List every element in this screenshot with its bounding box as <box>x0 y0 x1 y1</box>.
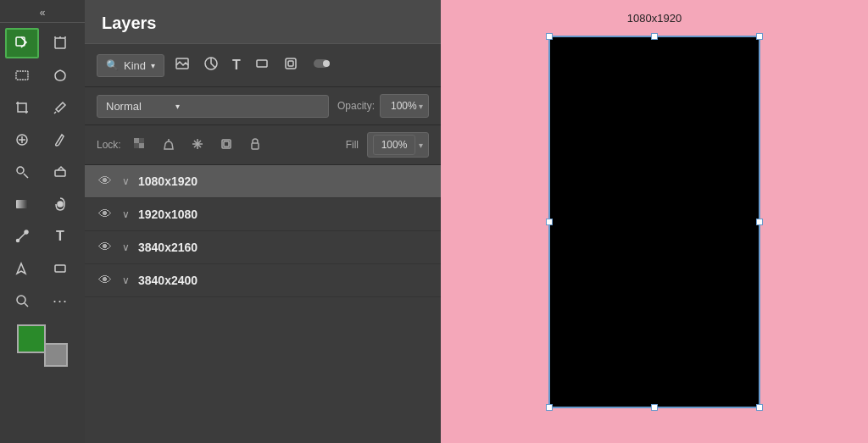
layer-expand-icon[interactable]: ∨ <box>122 208 130 220</box>
resize-handle-bl[interactable] <box>546 404 553 411</box>
svg-rect-12 <box>16 200 28 208</box>
resize-handle-tl[interactable] <box>546 33 553 40</box>
resize-handle-br[interactable] <box>756 404 763 411</box>
chevron-down-icon: ▾ <box>151 61 155 70</box>
hand-tool[interactable] <box>5 285 39 316</box>
filter-kind-dropdown[interactable]: 🔍 Kind ▾ <box>97 54 164 77</box>
opacity-value[interactable]: 100% <box>386 97 415 115</box>
layers-header: Layers <box>85 0 441 44</box>
lasso-tool[interactable] <box>43 60 77 91</box>
lock-all-btn[interactable] <box>245 136 265 155</box>
layer-name: 1080x1920 <box>138 174 198 188</box>
blend-chevron-icon: ▾ <box>175 102 180 111</box>
blend-mode-dropdown[interactable]: Normal ▾ <box>97 95 329 118</box>
lock-transparency-btn[interactable] <box>130 136 150 155</box>
svg-rect-36 <box>224 141 229 147</box>
svg-line-6 <box>54 112 56 114</box>
layer-name: 3840x2160 <box>138 241 198 254</box>
search-icon: 🔍 <box>106 59 119 71</box>
layer-expand-icon[interactable]: ∨ <box>122 274 130 286</box>
select-rect-tool[interactable] <box>5 60 39 91</box>
resize-handle-tr[interactable] <box>756 33 763 40</box>
fill-chevron-icon[interactable]: ▾ <box>419 141 423 150</box>
svg-rect-29 <box>139 143 144 148</box>
filter-smart-icon[interactable] <box>280 53 302 78</box>
svg-rect-16 <box>55 265 65 272</box>
path-select-tool[interactable] <box>5 253 39 284</box>
svg-point-25 <box>323 60 330 67</box>
svg-rect-27 <box>139 138 144 143</box>
canvas-frame[interactable] <box>548 36 760 408</box>
eyedropper-tool[interactable] <box>43 92 77 123</box>
clone-tool[interactable] <box>5 157 39 187</box>
svg-point-14 <box>25 230 28 234</box>
svg-point-15 <box>17 240 19 242</box>
dodge-tool[interactable] <box>43 189 77 219</box>
filter-row: 🔍 Kind ▾ T <box>85 44 441 87</box>
artboard-tool[interactable] <box>43 28 77 58</box>
layer-visibility-icon[interactable]: 👁 <box>97 207 114 222</box>
filter-shape-icon[interactable] <box>251 53 273 78</box>
svg-point-10 <box>17 167 24 174</box>
fill-label: Fill <box>346 139 359 151</box>
layer-visibility-icon[interactable]: 👁 <box>97 174 114 189</box>
crop-tool[interactable] <box>5 92 39 123</box>
layer-expand-icon[interactable]: ∨ <box>122 241 130 253</box>
layer-name: 3840x2400 <box>138 274 198 287</box>
type-tool[interactable]: T <box>43 221 77 252</box>
layers-title: Layers <box>102 14 157 32</box>
svg-rect-22 <box>286 58 296 69</box>
layers-panel: Layers 🔍 Kind ▾ T <box>85 0 441 443</box>
svg-rect-28 <box>134 143 139 148</box>
layer-visibility-icon[interactable]: 👁 <box>97 273 114 288</box>
svg-rect-1 <box>55 38 65 48</box>
filter-toggle-icon[interactable] <box>309 53 334 78</box>
more-tool[interactable]: ··· <box>43 285 77 316</box>
lock-position-btn[interactable] <box>187 136 208 155</box>
toolbar: « <box>0 0 85 443</box>
lock-row: Lock: <box>85 125 441 165</box>
svg-point-17 <box>17 296 25 304</box>
shape-tool[interactable] <box>43 253 77 284</box>
brush-tool[interactable] <box>43 125 77 155</box>
layer-item[interactable]: 👁 ∨ 1920x1080 <box>85 198 441 231</box>
svg-rect-23 <box>288 61 293 66</box>
layer-visibility-icon[interactable]: 👁 <box>97 240 114 255</box>
move-tool[interactable] <box>5 28 39 58</box>
background-color[interactable] <box>44 343 68 367</box>
resize-handle-mr[interactable] <box>756 219 763 225</box>
pen-tool[interactable] <box>5 221 39 252</box>
opacity-section: Opacity: 100% ▾ <box>337 94 429 118</box>
foreground-color[interactable] <box>17 324 46 353</box>
blend-row: Normal ▾ Opacity: 100% ▾ <box>85 87 441 125</box>
color-swatches <box>17 324 68 367</box>
svg-rect-5 <box>16 71 28 80</box>
resize-handle-tm[interactable] <box>651 33 658 40</box>
canvas-label: 1080x1920 <box>627 12 682 25</box>
lock-artboard-btn[interactable] <box>216 136 236 155</box>
filter-kind-label: Kind <box>124 59 146 72</box>
layer-expand-icon[interactable]: ∨ <box>122 175 130 187</box>
fill-value[interactable]: 100% <box>373 135 415 155</box>
svg-rect-37 <box>252 143 259 149</box>
resize-handle-ml[interactable] <box>546 219 553 225</box>
layer-item[interactable]: 👁 ∨ 1080x1920 <box>85 165 441 198</box>
filter-type-icon[interactable]: T <box>229 54 244 76</box>
opacity-chevron-icon[interactable]: ▾ <box>419 102 423 111</box>
lock-pixels-btn[interactable] <box>159 136 179 155</box>
resize-handle-bm[interactable] <box>651 404 658 411</box>
eraser-tool[interactable] <box>43 157 77 187</box>
tool-grid: T ··· <box>0 28 85 316</box>
svg-line-18 <box>25 303 28 307</box>
layer-item[interactable]: 👁 ∨ 3840x2160 <box>85 231 441 264</box>
filter-image-icon[interactable] <box>171 53 193 78</box>
layer-item[interactable]: 👁 ∨ 3840x2400 <box>85 264 441 297</box>
filter-adjustment-icon[interactable] <box>200 53 222 78</box>
collapse-icon[interactable]: « <box>40 7 46 19</box>
layer-name: 1920x1080 <box>138 208 198 221</box>
layers-list: 👁 ∨ 1080x1920 👁 ∨ 1920x1080 👁 ∨ 3840x216… <box>85 165 441 443</box>
svg-rect-21 <box>257 60 267 67</box>
opacity-label: Opacity: <box>337 100 375 112</box>
gradient-tool[interactable] <box>5 189 39 219</box>
heal-tool[interactable] <box>5 125 39 155</box>
